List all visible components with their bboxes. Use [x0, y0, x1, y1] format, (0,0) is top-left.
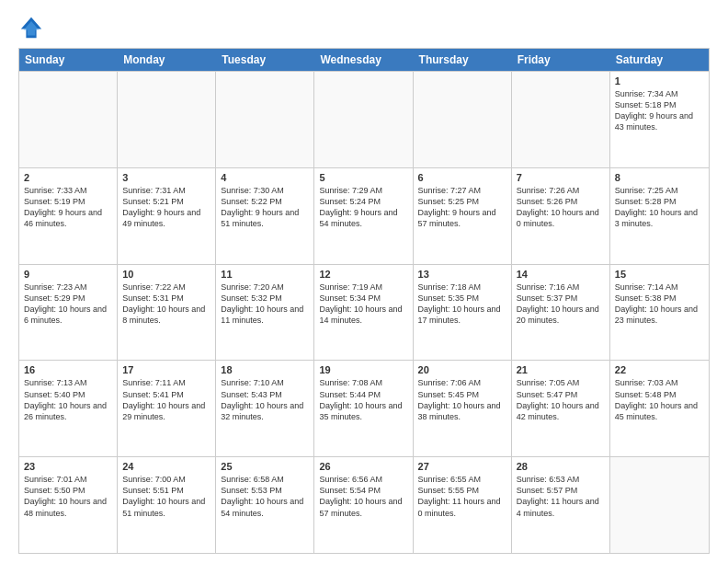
- day-number: 3: [122, 172, 210, 183]
- day-number: 25: [221, 461, 309, 472]
- calendar-cell: 19Sunrise: 7:08 AM Sunset: 5:44 PM Dayli…: [314, 361, 413, 456]
- header: [18, 15, 710, 40]
- day-info: Sunrise: 7:30 AM Sunset: 5:22 PM Dayligh…: [221, 185, 309, 230]
- svg-marker-1: [24, 21, 40, 35]
- day-info: Sunrise: 7:19 AM Sunset: 5:34 PM Dayligh…: [319, 282, 407, 327]
- weekday-header: Friday: [512, 49, 610, 71]
- calendar-cell: 17Sunrise: 7:11 AM Sunset: 5:41 PM Dayli…: [118, 361, 216, 456]
- day-number: 4: [221, 172, 309, 183]
- weekday-header: Monday: [118, 49, 216, 71]
- day-number: 7: [517, 172, 605, 183]
- day-number: 1: [615, 75, 704, 86]
- calendar-cell: 16Sunrise: 7:13 AM Sunset: 5:40 PM Dayli…: [19, 361, 118, 456]
- day-info: Sunrise: 6:55 AM Sunset: 5:55 PM Dayligh…: [418, 474, 506, 519]
- day-info: Sunrise: 7:05 AM Sunset: 5:47 PM Dayligh…: [517, 377, 605, 422]
- calendar-cell: 27Sunrise: 6:55 AM Sunset: 5:55 PM Dayli…: [414, 457, 512, 553]
- calendar-cell: 14Sunrise: 7:16 AM Sunset: 5:37 PM Dayli…: [512, 265, 610, 361]
- day-number: 14: [517, 269, 605, 280]
- calendar-cell: 2Sunrise: 7:33 AM Sunset: 5:19 PM Daylig…: [19, 168, 118, 264]
- day-number: 11: [221, 269, 309, 280]
- calendar-cell: 8Sunrise: 7:25 AM Sunset: 5:28 PM Daylig…: [610, 168, 709, 264]
- calendar-header: SundayMondayTuesdayWednesdayThursdayFrid…: [19, 49, 709, 71]
- weekday-header: Thursday: [414, 49, 512, 71]
- calendar-cell: 10Sunrise: 7:22 AM Sunset: 5:31 PM Dayli…: [118, 265, 216, 361]
- day-info: Sunrise: 6:56 AM Sunset: 5:54 PM Dayligh…: [319, 474, 407, 519]
- day-number: 15: [615, 269, 704, 280]
- calendar-cell: 25Sunrise: 6:58 AM Sunset: 5:53 PM Dayli…: [216, 457, 314, 553]
- weekday-header: Saturday: [610, 49, 709, 71]
- day-number: 8: [615, 172, 704, 183]
- day-info: Sunrise: 7:11 AM Sunset: 5:41 PM Dayligh…: [122, 377, 210, 422]
- day-info: Sunrise: 7:22 AM Sunset: 5:31 PM Dayligh…: [122, 282, 210, 327]
- day-number: 22: [615, 364, 704, 375]
- day-info: Sunrise: 7:01 AM Sunset: 5:50 PM Dayligh…: [24, 474, 112, 519]
- day-number: 27: [418, 461, 506, 472]
- day-number: 13: [418, 269, 506, 280]
- calendar-cell: 11Sunrise: 7:20 AM Sunset: 5:32 PM Dayli…: [216, 265, 314, 361]
- calendar-cell: 23Sunrise: 7:01 AM Sunset: 5:50 PM Dayli…: [19, 457, 118, 553]
- day-number: 5: [319, 172, 407, 183]
- day-number: 12: [319, 269, 407, 280]
- day-number: 17: [122, 364, 210, 375]
- day-number: 10: [122, 269, 210, 280]
- day-number: 28: [517, 461, 605, 472]
- calendar-cell: 13Sunrise: 7:18 AM Sunset: 5:35 PM Dayli…: [414, 265, 512, 361]
- day-number: 24: [122, 461, 210, 472]
- day-info: Sunrise: 7:33 AM Sunset: 5:19 PM Dayligh…: [24, 185, 112, 230]
- day-number: 2: [24, 172, 112, 183]
- day-info: Sunrise: 7:06 AM Sunset: 5:45 PM Dayligh…: [418, 377, 506, 422]
- calendar-cell: 28Sunrise: 6:53 AM Sunset: 5:57 PM Dayli…: [512, 457, 610, 553]
- day-number: 23: [24, 461, 112, 472]
- day-number: 6: [418, 172, 506, 183]
- day-info: Sunrise: 7:13 AM Sunset: 5:40 PM Dayligh…: [24, 377, 112, 422]
- day-info: Sunrise: 7:31 AM Sunset: 5:21 PM Dayligh…: [122, 185, 210, 230]
- calendar-cell: 12Sunrise: 7:19 AM Sunset: 5:34 PM Dayli…: [314, 265, 413, 361]
- weekday-header: Sunday: [19, 49, 118, 71]
- weekday-header: Wednesday: [314, 49, 413, 71]
- calendar-cell: [216, 72, 314, 167]
- calendar-row: 2Sunrise: 7:33 AM Sunset: 5:19 PM Daylig…: [19, 167, 709, 264]
- day-number: 19: [319, 364, 407, 375]
- calendar-cell: 4Sunrise: 7:30 AM Sunset: 5:22 PM Daylig…: [216, 168, 314, 264]
- day-number: 16: [24, 364, 112, 375]
- logo: [18, 15, 46, 40]
- day-info: Sunrise: 7:23 AM Sunset: 5:29 PM Dayligh…: [24, 282, 112, 327]
- calendar-cell: 9Sunrise: 7:23 AM Sunset: 5:29 PM Daylig…: [19, 265, 118, 361]
- day-info: Sunrise: 7:03 AM Sunset: 5:48 PM Dayligh…: [615, 377, 704, 422]
- calendar-cell: [314, 72, 413, 167]
- logo-icon: [18, 15, 44, 40]
- calendar-cell: [610, 457, 709, 553]
- calendar-row: 9Sunrise: 7:23 AM Sunset: 5:29 PM Daylig…: [19, 264, 709, 361]
- day-number: 18: [221, 364, 309, 375]
- day-info: Sunrise: 7:29 AM Sunset: 5:24 PM Dayligh…: [319, 185, 407, 230]
- calendar-cell: 20Sunrise: 7:06 AM Sunset: 5:45 PM Dayli…: [414, 361, 512, 456]
- day-info: Sunrise: 7:14 AM Sunset: 5:38 PM Dayligh…: [615, 282, 704, 327]
- calendar-cell: 5Sunrise: 7:29 AM Sunset: 5:24 PM Daylig…: [314, 168, 413, 264]
- calendar-cell: 18Sunrise: 7:10 AM Sunset: 5:43 PM Dayli…: [216, 361, 314, 456]
- calendar-row: 1Sunrise: 7:34 AM Sunset: 5:18 PM Daylig…: [19, 71, 709, 167]
- calendar-cell: [118, 72, 216, 167]
- calendar-cell: 3Sunrise: 7:31 AM Sunset: 5:21 PM Daylig…: [118, 168, 216, 264]
- day-number: 21: [517, 364, 605, 375]
- calendar-row: 16Sunrise: 7:13 AM Sunset: 5:40 PM Dayli…: [19, 360, 709, 456]
- day-info: Sunrise: 7:00 AM Sunset: 5:51 PM Dayligh…: [122, 474, 210, 519]
- day-info: Sunrise: 7:20 AM Sunset: 5:32 PM Dayligh…: [221, 282, 309, 327]
- day-info: Sunrise: 7:16 AM Sunset: 5:37 PM Dayligh…: [517, 282, 605, 327]
- calendar-cell: 22Sunrise: 7:03 AM Sunset: 5:48 PM Dayli…: [610, 361, 709, 456]
- calendar-cell: 21Sunrise: 7:05 AM Sunset: 5:47 PM Dayli…: [512, 361, 610, 456]
- calendar-cell: 7Sunrise: 7:26 AM Sunset: 5:26 PM Daylig…: [512, 168, 610, 264]
- day-info: Sunrise: 7:08 AM Sunset: 5:44 PM Dayligh…: [319, 377, 407, 422]
- day-info: Sunrise: 7:34 AM Sunset: 5:18 PM Dayligh…: [615, 88, 704, 133]
- calendar-cell: [512, 72, 610, 167]
- day-info: Sunrise: 7:10 AM Sunset: 5:43 PM Dayligh…: [221, 377, 309, 422]
- calendar-cell: [19, 72, 118, 167]
- weekday-header: Tuesday: [216, 49, 314, 71]
- calendar-cell: 26Sunrise: 6:56 AM Sunset: 5:54 PM Dayli…: [314, 457, 413, 553]
- day-info: Sunrise: 6:58 AM Sunset: 5:53 PM Dayligh…: [221, 474, 309, 519]
- calendar-cell: [414, 72, 512, 167]
- calendar-cell: 24Sunrise: 7:00 AM Sunset: 5:51 PM Dayli…: [118, 457, 216, 553]
- day-number: 20: [418, 364, 506, 375]
- calendar-row: 23Sunrise: 7:01 AM Sunset: 5:50 PM Dayli…: [19, 456, 709, 553]
- day-info: Sunrise: 7:26 AM Sunset: 5:26 PM Dayligh…: [517, 185, 605, 230]
- calendar-cell: 1Sunrise: 7:34 AM Sunset: 5:18 PM Daylig…: [610, 72, 709, 167]
